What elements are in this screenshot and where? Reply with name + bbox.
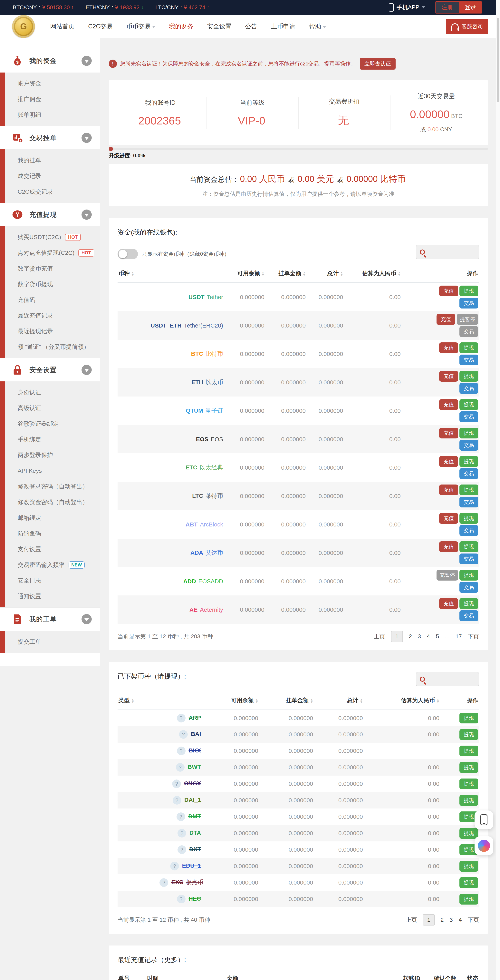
hide-zero-toggle[interactable] bbox=[117, 249, 138, 259]
sidebar-item-recent-withdrawals[interactable]: 最近提现记录 bbox=[5, 323, 100, 339]
column-header[interactable]: 挂单金额 bbox=[286, 697, 309, 703]
page-number[interactable]: 17 bbox=[456, 633, 462, 640]
coin-symbol[interactable]: LTC bbox=[192, 493, 203, 499]
sidebar-item-identity-verification[interactable]: 身份认证 bbox=[5, 385, 100, 400]
withdraw-button[interactable]: 提现 bbox=[459, 456, 478, 467]
nav-item-security[interactable]: 安全设置 bbox=[207, 22, 232, 30]
coin-symbol[interactable]: EOS bbox=[196, 436, 208, 442]
deposit-button[interactable]: 充值 bbox=[439, 513, 458, 524]
withdraw-button[interactable]: 提现 bbox=[459, 795, 478, 806]
coin-symbol[interactable]: ADD bbox=[183, 578, 196, 584]
page-number[interactable]: 1 bbox=[391, 631, 403, 642]
sidebar-item-crypto-withdraw[interactable]: 数字货币提现 bbox=[5, 276, 100, 292]
trade-button[interactable]: 交易 bbox=[459, 383, 478, 394]
withdraw-paused-button[interactable]: 提暂停 bbox=[457, 314, 478, 325]
sidebar-item-phone-binding[interactable]: 手机绑定 bbox=[5, 431, 100, 447]
column-header[interactable]: 可用余额 bbox=[237, 270, 260, 276]
sidebar-header-my-funds[interactable]: $ 我的资金 bbox=[0, 49, 100, 73]
page-prev[interactable]: 上页 bbox=[374, 633, 385, 641]
trade-button[interactable]: 交易 bbox=[459, 610, 478, 621]
sidebar-item-api-keys[interactable]: API Keys bbox=[5, 463, 100, 479]
collapse-arrow-icon[interactable] bbox=[81, 210, 92, 220]
nav-item-c2c[interactable]: C2C交易 bbox=[88, 22, 113, 30]
column-header[interactable]: 挂单金额 bbox=[278, 270, 301, 276]
more-link[interactable]: （更多）: bbox=[157, 955, 186, 964]
deposit-button[interactable]: 充值 bbox=[439, 428, 458, 439]
coin-symbol[interactable]: AE bbox=[189, 606, 198, 613]
sidebar-item-submit-ticket[interactable]: 提交工单 bbox=[5, 634, 100, 649]
deposit-button[interactable]: 充值 bbox=[439, 456, 458, 467]
sidebar-header-trade-orders[interactable]: ¥ 交易挂单 bbox=[0, 126, 100, 150]
trade-button[interactable]: 交易 bbox=[459, 525, 478, 536]
nav-item-announcements[interactable]: 公告 bbox=[245, 22, 257, 30]
coin-symbol[interactable]: ETC bbox=[186, 464, 197, 471]
page-number[interactable]: 4 bbox=[427, 633, 430, 640]
sidebar-item-buy-usdt-c2c[interactable]: 购买USDT(C2C)HOT bbox=[5, 229, 100, 245]
deposit-button[interactable]: 充值 bbox=[437, 314, 456, 325]
sidebar-item-change-fund-password[interactable]: 修改资金密码（自动登出） bbox=[5, 494, 100, 510]
withdraw-button[interactable]: 提现 bbox=[459, 371, 478, 382]
page-next[interactable]: 下页 bbox=[468, 916, 479, 924]
withdraw-button[interactable]: 提现 bbox=[459, 729, 478, 740]
trade-button[interactable]: 交易 bbox=[459, 298, 478, 309]
delisted-search-input[interactable] bbox=[428, 676, 475, 682]
verify-now-button[interactable]: 立即去认证 bbox=[360, 58, 395, 70]
column-header[interactable]: 可用余额 bbox=[231, 697, 254, 703]
column-header[interactable]: 总计 bbox=[347, 697, 358, 703]
page-number[interactable]: 3 bbox=[418, 633, 421, 640]
deposit-button[interactable]: 充值 bbox=[439, 399, 458, 410]
sidebar-item-trade-password-frequency[interactable]: 交易密码输入频率NEW bbox=[5, 557, 100, 573]
nav-item-home[interactable]: 网站首页 bbox=[50, 22, 75, 30]
mobile-app-menu[interactable]: 手机APP bbox=[397, 3, 419, 11]
trade-button[interactable]: 交易 bbox=[459, 411, 478, 422]
column-header[interactable]: 估算为人民币 bbox=[362, 270, 396, 276]
deposit-paused-button[interactable]: 充暂停 bbox=[437, 570, 458, 581]
withdraw-button[interactable]: 提现 bbox=[459, 485, 478, 495]
sidebar-item-bill-details[interactable]: 账单明细 bbox=[5, 107, 100, 123]
deposit-button[interactable]: 充值 bbox=[439, 485, 458, 495]
nav-item-list-coin[interactable]: 上币申请 bbox=[271, 22, 295, 30]
withdraw-button[interactable]: 提现 bbox=[459, 877, 478, 888]
withdraw-button[interactable]: 提现 bbox=[459, 342, 478, 353]
withdraw-button[interactable]: 提现 bbox=[459, 746, 478, 756]
withdraw-button[interactable]: 提现 bbox=[459, 762, 478, 773]
page-number[interactable]: 2 bbox=[441, 917, 444, 923]
site-logo[interactable]: G bbox=[12, 15, 35, 38]
sidebar-item-claim-token[interactable]: 领 “通证” （分叉币提前领） bbox=[5, 339, 100, 355]
coin-symbol[interactable]: USDT_ETH bbox=[151, 322, 181, 329]
sidebar-item-change-login-password[interactable]: 修改登录密码（自动登出） bbox=[5, 479, 100, 494]
sidebar-header-my-tickets[interactable]: 我的工单 bbox=[0, 607, 100, 631]
withdraw-button[interactable]: 提现 bbox=[459, 513, 478, 524]
coin-symbol[interactable]: BTC bbox=[191, 350, 203, 357]
withdraw-button[interactable]: 提现 bbox=[459, 286, 478, 296]
funds-search-input[interactable] bbox=[428, 249, 475, 255]
coin-symbol[interactable]: ABT bbox=[186, 521, 198, 528]
page-number[interactable]: 5 bbox=[436, 633, 439, 640]
sidebar-item-p2p-deposit-withdraw[interactable]: 点对点充值提现(C2C)HOT bbox=[5, 245, 100, 261]
trade-button[interactable]: 交易 bbox=[459, 440, 478, 450]
nav-item-help[interactable]: 帮助 bbox=[309, 22, 326, 30]
feedback-widget-button[interactable] bbox=[475, 810, 493, 829]
sidebar-item-trade-history[interactable]: 成交记录 bbox=[5, 168, 100, 184]
column-header[interactable]: 类型 bbox=[118, 697, 130, 703]
login-button[interactable]: 登录 bbox=[459, 2, 482, 13]
deposit-button[interactable]: 充值 bbox=[439, 371, 458, 382]
page-number[interactable]: 4 bbox=[459, 917, 462, 923]
trade-button[interactable]: 交易 bbox=[459, 468, 478, 479]
withdraw-button[interactable]: 提现 bbox=[459, 570, 478, 581]
collapse-arrow-icon[interactable] bbox=[81, 614, 92, 624]
withdraw-button[interactable]: 提现 bbox=[459, 778, 478, 789]
register-button[interactable]: 注册 bbox=[435, 2, 459, 13]
withdraw-button[interactable]: 提现 bbox=[459, 598, 478, 609]
withdraw-button[interactable]: 提现 bbox=[459, 713, 478, 724]
nav-item-my-finance[interactable]: 我的财务 bbox=[169, 22, 194, 30]
sidebar-item-my-orders[interactable]: 我的挂单 bbox=[5, 153, 100, 168]
coin-symbol[interactable]: ETH bbox=[191, 379, 203, 385]
sidebar-item-payment-settings[interactable]: 支付设置 bbox=[5, 541, 100, 557]
withdraw-button[interactable]: 提现 bbox=[459, 541, 478, 552]
coin-symbol[interactable]: ADA bbox=[190, 549, 203, 556]
coin-symbol[interactable]: USDT bbox=[189, 294, 205, 300]
withdraw-button[interactable]: 提现 bbox=[459, 399, 478, 410]
scrollbar-thumb[interactable] bbox=[497, 18, 499, 102]
sidebar-item-email-binding[interactable]: 邮箱绑定 bbox=[5, 510, 100, 526]
